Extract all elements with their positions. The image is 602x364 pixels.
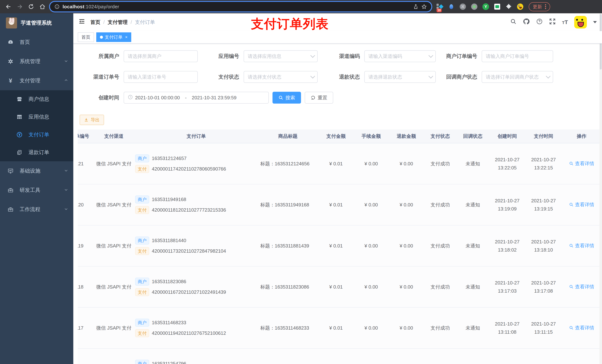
page-content: 所属商户 请选择所属商户 应用编号 请选择应用信息 渠道编码 请输入渠道编码 商… [73,44,602,364]
merchant-select[interactable]: 请选择所属商户 [124,50,198,62]
page-scrollbar[interactable] [599,13,602,364]
share-icon[interactable] [413,4,418,9]
cell-order-id: 117 [78,307,93,348]
col-pay-order: 支付订单 [135,129,257,143]
browser-forward-button[interactable] [17,3,23,10]
site-info-icon[interactable] [54,4,60,9]
extension-tabs-icon[interactable]: 10 [437,3,443,10]
cell-order-id: 118 [78,266,93,307]
sidebar-item-infra[interactable]: 基础设施 [0,161,73,180]
col-fee: 手续金额 [354,129,389,143]
table-row: 120 微信 JSAPI 支付 商户1635311949168 支付420000… [78,184,602,225]
sidebar-item-workflow[interactable]: 工作流程 [0,200,73,219]
cell-amount: ¥ 0.01 [318,225,354,266]
github-icon[interactable] [523,18,530,26]
refund-status-select[interactable]: 请选择退款状态 [364,71,436,83]
profile-avatar-icon[interactable] [517,3,524,10]
cell-pay-time: 2021-10-2713:19:15 [525,184,562,225]
extensions-cluster: 10 ⌘ Y [434,3,526,10]
channel-code-select[interactable]: 请输入渠道编码 [364,50,436,62]
table-row: 118 微信 JSAPI 支付 商户1635311823086 支付420000… [78,266,602,307]
cell-title: 标题：1635311949168 [257,184,318,225]
cell-pay-status: 支付成功 [424,184,456,225]
search-button[interactable]: 搜索 [272,92,301,104]
browser-update-button[interactable]: 更新 [529,2,550,11]
app-select[interactable]: 请选择应用信息 [244,50,318,62]
browser-back-button[interactable] [5,3,11,10]
sidebar-collapse-icon[interactable] [78,18,85,26]
breadcrumb-pay[interactable]: 支付管理 [108,19,128,26]
font-size-icon[interactable]: TT [562,19,568,25]
help-icon[interactable] [536,18,543,26]
browser-menu-icon[interactable] [545,4,546,9]
app-logo[interactable]: 芋道管理系统 [0,13,73,32]
filter-label-notify-status: 回调商户状态 [436,73,482,81]
fullscreen-icon[interactable] [549,18,556,26]
chevron-down-icon [311,53,315,58]
cell-fee: ¥ 0.00 [354,143,389,184]
extension-chat-icon[interactable] [494,3,501,10]
cell-actions: 查看详情 [562,184,602,225]
extension-balloon-icon[interactable] [448,3,455,10]
cell-channel: 微信 JSAPI 支付 [93,184,135,225]
sidebar-item-home[interactable]: 首页 [0,32,73,52]
col-create-time: 创建时间 [489,129,525,143]
filter-label-app: 应用编号 [198,53,244,60]
pay-status-select[interactable]: 请选择支付状态 [244,71,318,83]
orders-table: 订单编号 支付渠道 支付订单 商品标题 支付金额 手续金额 退款金额 支付状态 … [78,129,602,364]
date-start[interactable]: 2021-10-01 00:00:00 [135,95,180,101]
cell-create-time: 2021-10-2713:19:09 [489,184,525,225]
user-menu-caret-icon[interactable] [593,21,597,23]
tag-pay-order[interactable]: 支付订单 × [96,32,131,42]
cell-channel: 微信 JSAPI 支付 [93,348,135,364]
reset-button[interactable]: 重置 [305,92,333,104]
browser-home-button[interactable] [39,3,45,10]
address-bar[interactable]: localhost:1024/pay/order [50,2,431,11]
filter-label-channel-code: 渠道编码 [318,53,364,60]
notify-status-select[interactable]: 请选择订单回调商户状态 [482,71,553,83]
extension-command-icon[interactable]: ⌘ [460,3,466,10]
cell-create-time: 2021-10-2713:22:05 [489,143,525,184]
sidebar: 芋道管理系统 首页 系统管理 ¥ 支付管理 [0,13,73,364]
sidebar-item-devtools[interactable]: 研发工具 [0,180,73,200]
channel-order-no-input[interactable]: 请输入渠道订单号 [124,71,198,83]
tag-home[interactable]: 首页 [78,32,94,42]
cell-notify-status: 未通知 [456,225,489,266]
cell-notify-status: 未通知 [456,266,489,307]
cell-pay-order: 商户1635311254796 支付 [135,348,257,364]
cell-refund: ¥ 0.00 [389,143,424,184]
user-avatar[interactable] [574,16,587,29]
tag-close-icon[interactable]: × [125,35,128,40]
view-detail-link[interactable]: 查看详情 [569,325,594,331]
extension-y-icon[interactable]: Y [483,3,489,10]
create-time-range-picker[interactable]: 2021-10-01 00:00:00 - 2021-10-31 23:59:5… [124,92,269,104]
date-end[interactable]: 2021-10-31 23:59:59 [192,95,236,101]
breadcrumb-current: 支付订单 [135,19,155,26]
export-button[interactable]: 导出 [80,115,104,125]
sidebar-item-app-info[interactable]: 应用信息 [0,108,73,126]
cell-amount: ¥ 0.01 [318,307,354,348]
extension-badge: 10 [437,9,442,12]
sidebar-item-system[interactable]: 系统管理 [0,52,73,71]
view-detail-link[interactable]: 查看详情 [569,283,594,290]
view-detail-link[interactable]: 查看详情 [569,160,594,167]
merchant-tag: 商户 [135,278,149,286]
bookmark-star-icon[interactable] [421,4,427,10]
pay-tag: 支付 [135,288,149,296]
browser-reload-button[interactable] [28,4,34,10]
col-pay-status: 支付状态 [424,129,456,143]
extension-record-icon[interactable] [471,3,478,10]
breadcrumb-home[interactable]: 首页 [90,19,100,26]
cell-refund: ¥ 0.00 [389,266,424,307]
view-detail-link[interactable]: 查看详情 [569,242,594,249]
cell-channel: 微信 JSAPI 支付 [93,266,135,307]
extensions-puzzle-icon[interactable] [505,3,512,10]
sidebar-item-pay-order[interactable]: 支付订单 [0,126,73,144]
sidebar-item-merchant-info[interactable]: 商户信息 [0,90,73,108]
header-search-icon[interactable] [510,18,516,26]
view-detail-link[interactable]: 查看详情 [569,201,594,208]
merchant-order-no-input[interactable]: 请输入商户订单编号 [482,50,553,62]
sidebar-item-pay[interactable]: ¥ 支付管理 [0,71,73,90]
sidebar-item-refund-order[interactable]: 退款订单 [0,144,73,161]
cell-channel: 微信 JSAPI 支付 [93,143,135,184]
